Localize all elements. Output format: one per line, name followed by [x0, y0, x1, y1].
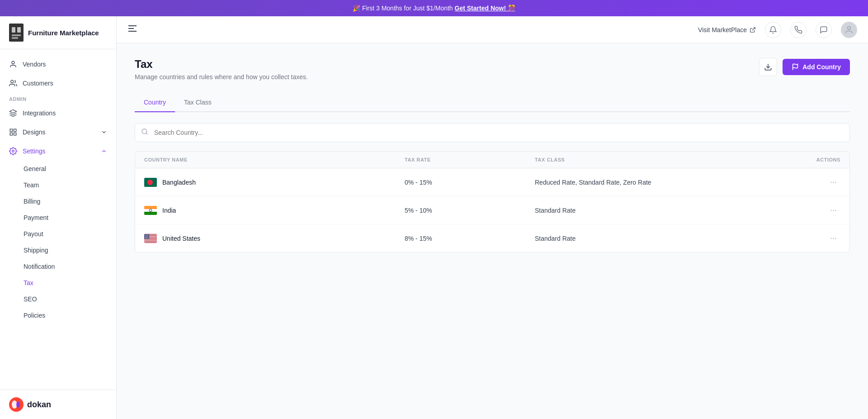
- add-country-button[interactable]: Add Country: [783, 59, 850, 75]
- sidebar-footer: dokan: [0, 390, 116, 419]
- sidebar-item-vendors-label: Vendors: [23, 61, 46, 68]
- svg-rect-10: [10, 133, 12, 135]
- submenu-payment[interactable]: Payment: [0, 210, 116, 226]
- sidebar-item-customers-label: Customers: [23, 80, 53, 87]
- page-header: Tax Manage countries and rules where and…: [135, 58, 850, 81]
- user-avatar[interactable]: [841, 22, 857, 38]
- logo-icon: [9, 24, 24, 42]
- tab-country[interactable]: Country: [135, 93, 175, 112]
- svg-rect-9: [14, 129, 16, 131]
- sidebar-item-vendors[interactable]: Vendors: [0, 55, 116, 74]
- svg-rect-36: [144, 238, 157, 239]
- actions-button-us[interactable]: ···: [826, 232, 840, 245]
- actions-cell-bangladesh: ···: [795, 176, 840, 189]
- add-country-label: Add Country: [802, 63, 841, 71]
- notifications-button[interactable]: [765, 22, 781, 38]
- content-area: Tax Manage countries and rules where and…: [117, 43, 868, 419]
- visit-marketplace-link[interactable]: Visit MarketPlace: [698, 26, 756, 33]
- sidebar-item-designs[interactable]: Designs: [0, 123, 116, 142]
- settings-submenu: General Team Billing Payment Payout Ship…: [0, 161, 116, 324]
- submenu-policies[interactable]: Policies: [0, 307, 116, 324]
- header-tax-rate: TAX RATE: [405, 157, 535, 162]
- search-input[interactable]: [135, 123, 850, 142]
- page-title: Tax: [135, 58, 308, 71]
- svg-rect-4: [12, 37, 18, 39]
- person-icon: [9, 60, 17, 68]
- tax-rate-bangladesh: 0% - 15%: [405, 179, 535, 186]
- tax-rate-us: 8% - 15%: [405, 235, 535, 242]
- submenu-payout[interactable]: Payout: [0, 226, 116, 242]
- actions-cell-us: ···: [795, 232, 840, 245]
- avatar-icon: [844, 25, 854, 34]
- phone-button[interactable]: [790, 22, 807, 38]
- svg-point-48: [148, 235, 148, 235]
- external-link-icon: [750, 27, 756, 33]
- sidebar-item-settings-label: Settings: [23, 148, 46, 155]
- message-icon: [820, 26, 828, 34]
- flag-us: [144, 234, 157, 243]
- country-table: COUNTRY NAME TAX RATE TAX CLASS ACTIONS: [135, 151, 850, 252]
- svg-point-49: [145, 235, 145, 236]
- tab-tax-class[interactable]: Tax Class: [175, 93, 221, 112]
- tax-class-india: Standard Rate: [535, 207, 795, 214]
- svg-point-63: [145, 238, 146, 238]
- svg-point-26: [147, 180, 153, 185]
- tabs: Country Tax Class: [135, 93, 850, 112]
- svg-point-41: [146, 234, 146, 234]
- submenu-billing[interactable]: Billing: [0, 193, 116, 210]
- submenu-seo[interactable]: SEO: [0, 291, 116, 307]
- submenu-team[interactable]: Team: [0, 177, 116, 193]
- svg-point-5: [12, 61, 14, 64]
- admin-section-label: ADMIN: [0, 93, 116, 104]
- svg-point-54: [145, 236, 146, 237]
- menu-icon[interactable]: [127, 24, 137, 36]
- table-row: Bangladesh 0% - 15% Reduced Rate, Standa…: [135, 168, 849, 196]
- country-cell-us: United States: [144, 234, 405, 243]
- svg-rect-2: [17, 27, 21, 33]
- tax-class-us: Standard Rate: [535, 235, 795, 242]
- svg-point-42: [146, 234, 147, 234]
- svg-point-61: [147, 237, 148, 237]
- chat-button[interactable]: [816, 22, 832, 38]
- svg-point-53: [148, 235, 149, 236]
- topbar: Visit MarketPlace: [117, 16, 868, 43]
- header-tax-class: TAX CLASS: [535, 157, 795, 162]
- layers-icon: [9, 109, 17, 117]
- actions-button-india[interactable]: ···: [826, 204, 840, 217]
- submenu-notification[interactable]: Notification: [0, 258, 116, 275]
- sidebar-item-integrations[interactable]: Integrations: [0, 104, 116, 123]
- svg-point-62: [148, 237, 149, 237]
- svg-point-65: [147, 238, 147, 238]
- gear-icon: [9, 147, 17, 155]
- search-container: [135, 123, 850, 142]
- flag-bangladesh: [144, 178, 157, 187]
- svg-rect-29: [144, 212, 157, 215]
- svg-point-43: [147, 234, 148, 234]
- svg-line-19: [752, 27, 755, 30]
- submenu-general[interactable]: General: [0, 161, 116, 177]
- svg-point-12: [12, 150, 14, 152]
- svg-point-20: [848, 26, 851, 29]
- banner-text: 🎉 First 3 Months for Just $1/Month: [353, 5, 453, 12]
- svg-rect-38: [144, 242, 157, 243]
- chevron-up-icon: [101, 148, 107, 154]
- svg-point-31: [150, 210, 151, 210]
- banner-cta[interactable]: Get Started Now! 🎊: [455, 5, 515, 12]
- svg-point-44: [148, 234, 149, 234]
- download-icon: [764, 63, 772, 71]
- submenu-tax[interactable]: Tax: [0, 275, 116, 291]
- people-icon: [9, 79, 17, 87]
- download-button[interactable]: [759, 58, 777, 76]
- country-name-us: United States: [162, 235, 200, 242]
- sidebar-item-designs-label: Designs: [23, 129, 46, 136]
- sidebar-item-settings[interactable]: Settings: [0, 142, 116, 161]
- submenu-shipping[interactable]: Shipping: [0, 242, 116, 258]
- header-country-name: COUNTRY NAME: [144, 157, 405, 162]
- country-name-india: India: [162, 207, 176, 214]
- dokan-logo-text: dokan: [27, 400, 51, 409]
- table-row: India 5% - 10% Standard Rate ···: [135, 196, 849, 224]
- actions-button-bangladesh[interactable]: ···: [826, 176, 840, 189]
- sidebar-item-customers[interactable]: Customers: [0, 74, 116, 93]
- sidebar-logo-text: Furniture Marketplace: [28, 29, 99, 37]
- svg-point-52: [147, 235, 148, 236]
